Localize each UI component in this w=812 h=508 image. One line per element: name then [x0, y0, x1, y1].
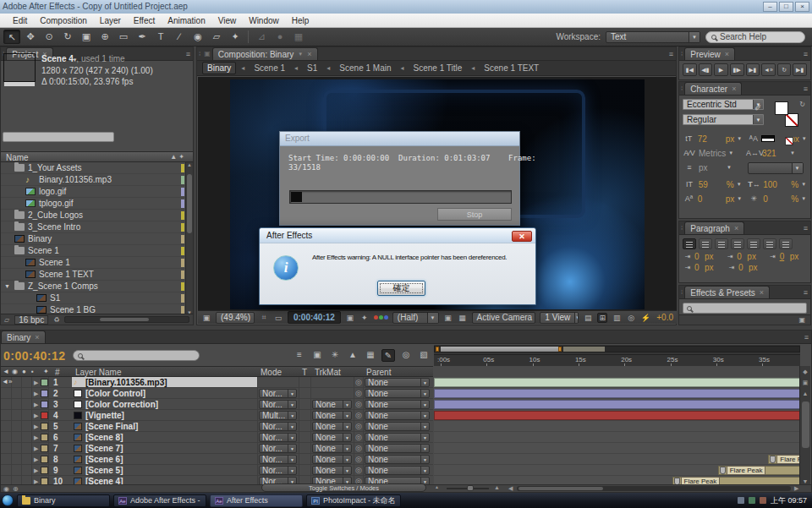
restore-button[interactable]: □ — [779, 2, 793, 12]
twirl-icon[interactable]: ▶ — [34, 467, 38, 474]
trkmat-dropdown[interactable]: None▼ — [312, 433, 352, 442]
tab-character[interactable]: Character× — [684, 82, 742, 95]
project-filter-input[interactable] — [3, 132, 114, 142]
label-color-chip[interactable] — [181, 188, 184, 196]
project-item[interactable]: ♪ Binary.101356.mp3 — [1, 174, 186, 186]
transport-button[interactable]: ↻ — [777, 63, 792, 76]
timeline-zoom-slider[interactable]: ▲ ▲ — [435, 485, 511, 492]
tool-icon[interactable]: ● — [272, 30, 288, 44]
layer-row[interactable]: ▶ 5 [Scene Final] Nor...▼ None▼ ◎ None▼ — [1, 421, 433, 432]
track-row[interactable] — [434, 443, 800, 454]
layer-duration-bar[interactable] — [434, 411, 800, 420]
twirl-icon[interactable]: ▶ — [34, 380, 38, 386]
project-item[interactable]: 2_Cube Logos — [1, 210, 186, 221]
trash-icon[interactable]: ♻ — [53, 316, 59, 324]
parent-column[interactable]: Parent — [366, 368, 391, 377]
project-hscrollbar[interactable] — [64, 316, 189, 323]
blend-mode-dropdown[interactable]: Nor...▼ — [259, 444, 297, 453]
project-item[interactable]: logo.gif — [1, 186, 186, 198]
workspace-dropdown[interactable]: Text ▼ — [606, 31, 700, 43]
trkmat-dropdown[interactable]: None▼ — [312, 466, 352, 475]
trkmat-column[interactable]: TrkMat — [315, 368, 341, 377]
timeline-switch-icon[interactable]: ▦ — [364, 349, 377, 362]
tsume-control[interactable]: ✳0%▼ — [748, 193, 810, 205]
timeline-switch-icon[interactable]: ▣ — [310, 349, 324, 362]
no-color-swatch[interactable] — [785, 137, 793, 145]
layer-label-chip[interactable] — [41, 379, 48, 386]
project-item[interactable]: Scene 1 — [1, 257, 186, 269]
menu-item[interactable]: Edit — [7, 15, 33, 26]
blend-mode-dropdown[interactable]: Nor...▼ — [259, 466, 297, 475]
track-row[interactable]: Flare Peak — [434, 465, 800, 476]
tab-composition[interactable]: Composition: Binary ▼ × — [212, 47, 318, 60]
timeline-switch-icon[interactable]: ▲ — [346, 349, 359, 362]
close-icon[interactable]: × — [732, 85, 736, 93]
align-button[interactable] — [731, 238, 744, 249]
twirl-icon[interactable]: ▶ — [34, 401, 38, 408]
close-icon[interactable]: × — [760, 288, 764, 297]
tool-icon[interactable]: ✒ — [134, 30, 151, 44]
timeline-switch-icon[interactable]: ≡ — [293, 349, 306, 362]
layer-label-chip[interactable] — [41, 467, 48, 474]
tool-icon[interactable]: ▣ — [78, 30, 95, 44]
label-color-chip[interactable] — [181, 164, 184, 172]
timeline-switch-icon[interactable]: ✳ — [328, 349, 342, 362]
close-icon[interactable]: × — [734, 224, 738, 232]
track-row[interactable] — [434, 432, 800, 443]
tool-icon[interactable]: ↻ — [59, 30, 76, 44]
time-navigator[interactable] — [434, 346, 800, 352]
scroll-up-icon[interactable]: ▲ — [187, 162, 192, 167]
track-row[interactable] — [434, 399, 800, 410]
layer-duration-bar[interactable] — [434, 400, 800, 409]
motion-blur-icon[interactable]: ⊕ — [13, 485, 19, 493]
timeline-hscrollbar[interactable] — [517, 486, 791, 491]
taskbar-clock[interactable]: 上午 09:57 — [771, 495, 807, 506]
new-folder-icon[interactable]: ▱ — [4, 316, 9, 324]
parent-dropdown[interactable]: None▼ — [365, 378, 430, 387]
layer-row[interactable]: ▶ 7 [Scene 7] Nor...▼ None▼ ◎ None▼ — [1, 443, 433, 454]
transport-button[interactable]: ▶ — [714, 63, 728, 76]
project-scrollbar[interactable]: ▲ ▼ — [185, 162, 193, 315]
tray-icon[interactable] — [749, 497, 755, 504]
layer-row[interactable]: ▶ 6 [Scene 8] Nor...▼ None▼ ◎ None▼ — [1, 432, 433, 443]
close-icon[interactable]: × — [307, 50, 311, 58]
layer-row[interactable]: ▶ 9 [Scene 5] Nor...▼ None▼ ◎ None▼ — [1, 465, 433, 476]
label-color-chip[interactable] — [181, 223, 184, 232]
flowchart-icon[interactable]: ▣ — [201, 314, 211, 322]
layer-name[interactable]: [Scene 8] — [85, 433, 123, 442]
current-timecode[interactable]: 0:00:40:12 — [3, 349, 66, 363]
frame-blend-icon[interactable]: ◉ — [3, 485, 9, 493]
eyedropper-icon[interactable]: ✐ — [754, 101, 761, 114]
parent-dropdown[interactable]: None▼ — [365, 455, 430, 464]
pickwhip-icon[interactable]: ◎ — [355, 389, 362, 397]
label-color-chip[interactable] — [181, 282, 184, 291]
track-row[interactable] — [434, 377, 800, 388]
layer-row[interactable]: ▶ 2 [Color Control] Nor...▼ ▼ ◎ None▼ — [1, 388, 433, 399]
start-button[interactable] — [2, 494, 14, 506]
layer-label-chip[interactable] — [41, 390, 48, 397]
comp-nav-item[interactable]: Scene 1 TEXT — [480, 63, 543, 74]
tool-icon[interactable]: ∕ — [171, 30, 188, 44]
paragraph-field[interactable]: ⇥0px — [727, 263, 767, 272]
menu-item[interactable]: Effect — [128, 15, 161, 26]
exposure-reset-icon[interactable]: ⚡ — [640, 314, 650, 322]
transparency-grid-icon[interactable]: ▦ — [458, 314, 468, 322]
project-item[interactable]: 1_Your Assets — [1, 162, 186, 174]
zoom-out-icon[interactable]: ▲ — [435, 484, 439, 489]
twirl-icon[interactable]: ▶ — [34, 456, 38, 463]
twirl-icon[interactable]: ▶ — [34, 434, 38, 441]
scroll-up-icon[interactable]: ▲ — [800, 388, 810, 399]
exposure-value[interactable]: +0.0 — [656, 313, 673, 322]
menu-item[interactable]: Window — [243, 15, 285, 26]
taskbar-button[interactable]: Binary — [17, 494, 110, 507]
stop-button[interactable]: Stop — [437, 208, 512, 221]
tool-icon[interactable]: ▦ — [290, 30, 307, 44]
menu-item[interactable]: Help — [286, 15, 315, 26]
parent-dropdown[interactable]: None▼ — [365, 444, 430, 453]
region-of-interest-icon[interactable]: ▭ — [273, 314, 283, 322]
panel-menu-icon[interactable]: ≡ — [804, 288, 808, 297]
transport-button[interactable]: ▶▮ — [746, 63, 760, 76]
tool-icon[interactable]: ⊿ — [253, 30, 270, 44]
pickwhip-icon[interactable]: ◎ — [355, 422, 362, 430]
trkmat-dropdown[interactable]: None▼ — [312, 455, 352, 464]
